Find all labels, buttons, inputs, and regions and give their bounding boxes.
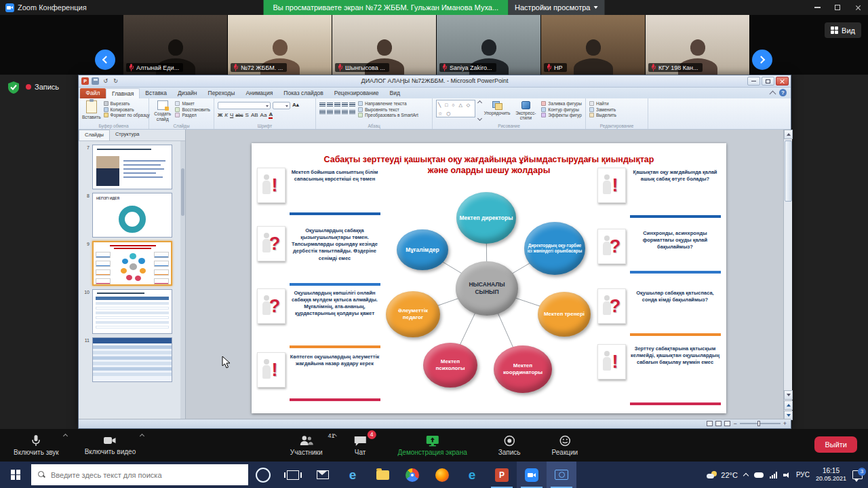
slide-8-thumbnail[interactable]: НЕГІЗГІ ИДЕЯ (92, 193, 172, 238)
font-color-button[interactable]: А (269, 111, 273, 119)
smartart-button[interactable]: Преобразовать в SmartArt (358, 113, 418, 117)
tab-file[interactable]: Файл (80, 88, 106, 98)
slide-sorter-view-icon[interactable] (715, 421, 722, 426)
network-icon[interactable] (770, 472, 777, 478)
maximize-button[interactable] (827, 0, 848, 15)
cortana-button[interactable] (248, 462, 278, 488)
participant-tile[interactable]: №72 ЖББМ. ... (228, 15, 332, 75)
align-center-icon[interactable] (327, 109, 333, 115)
shapes-gallery[interactable]: ╲ □ ○ △ ◇ ☆ ⬡ (436, 100, 475, 117)
participant-tile[interactable]: Saniya Zakiro... (437, 15, 541, 75)
ppt-restore-button[interactable] (762, 77, 774, 86)
normal-view-icon[interactable] (707, 421, 713, 426)
text-direction-button[interactable]: Направление текста (358, 101, 418, 106)
view-settings-button[interactable]: Настройки просмотра (508, 0, 604, 15)
task-view-button[interactable] (278, 462, 308, 488)
taskbar-internet-explorer[interactable]: e (338, 462, 368, 488)
zoom-in-icon[interactable]: + (783, 421, 787, 426)
ppt-minimize-button[interactable] (747, 77, 760, 86)
unmute-button[interactable]: Включить звук (7, 429, 66, 462)
previous-slide-button[interactable] (784, 400, 793, 410)
paste-button[interactable]: Вставить (82, 100, 101, 121)
slide[interactable]: Сабақты зерттеуді қашықтан оқу жағдайынд… (252, 143, 726, 413)
tab-home[interactable]: Главная (106, 88, 140, 98)
shapes-gallery-scroll[interactable] (478, 100, 481, 121)
record-button[interactable]: Запись (492, 429, 528, 462)
panel-scrollbar[interactable] (180, 141, 185, 420)
shape-fill-button[interactable]: Заливка фигуры (541, 101, 582, 106)
replace-button[interactable]: Заменить (589, 107, 616, 112)
layout-button[interactable]: Макет (175, 101, 210, 106)
onedrive-icon[interactable] (754, 472, 764, 478)
indent-decrease-icon[interactable] (334, 102, 340, 107)
taskbar-powerpoint[interactable]: P (487, 462, 517, 488)
tab-insert[interactable]: Вставка (140, 88, 172, 98)
align-text-button[interactable]: Выровнять текст (358, 107, 418, 112)
taskbar-firefox[interactable] (427, 462, 457, 488)
numbering-icon[interactable] (327, 102, 333, 107)
find-button[interactable]: Найти (589, 101, 616, 106)
participant-tile[interactable]: Алтынай Еди... (123, 15, 228, 75)
taskbar-search[interactable] (31, 464, 248, 485)
search-input[interactable] (51, 471, 227, 479)
ppt-close-button[interactable] (776, 77, 789, 86)
justify-icon[interactable] (342, 109, 348, 115)
grow-font-button[interactable]: А▴ (292, 102, 299, 109)
start-button[interactable] (0, 462, 31, 488)
new-slide-button[interactable]: Создать слайд (153, 100, 172, 121)
copy-button[interactable]: Копировать (104, 107, 150, 112)
scroll-left-button[interactable] (95, 50, 115, 70)
participant-tile[interactable]: HP (541, 15, 646, 75)
taskbar-edge[interactable]: e (457, 462, 487, 488)
weather-widget[interactable]: 22°C (707, 471, 738, 479)
arrange-button[interactable]: Упорядочить (484, 100, 511, 121)
slide-10-thumbnail[interactable] (92, 289, 172, 334)
shape-effects-button[interactable]: Эффекты фигур (541, 113, 582, 117)
taskbar-chrome[interactable] (397, 462, 427, 488)
reset-button[interactable]: Восстановить (175, 107, 210, 112)
taskbar-mail[interactable] (308, 462, 338, 488)
tab-review[interactable]: Рецензирование (329, 88, 384, 98)
notification-center-icon[interactable]: 3 (852, 470, 863, 479)
participant-tile[interactable]: КГУ 198 Кан... (646, 15, 750, 75)
scrollbar-thumb[interactable] (785, 140, 792, 202)
align-right-icon[interactable] (334, 109, 340, 115)
minimize-button[interactable] (807, 0, 827, 15)
taskbar-camera[interactable] (547, 462, 576, 488)
select-button[interactable]: Выделить (589, 113, 616, 117)
scroll-right-button[interactable] (752, 50, 772, 70)
strikethrough-button[interactable]: abc (235, 113, 243, 117)
shape-outline-button[interactable]: Контур фигуры (541, 107, 582, 112)
participants-button[interactable]: Участники 41 (283, 429, 330, 462)
zoom-out-icon[interactable]: − (733, 421, 736, 426)
font-name-combo[interactable] (218, 102, 271, 109)
gallery-view-button[interactable]: Вид (825, 22, 861, 38)
leave-meeting-button[interactable]: Выйти (814, 436, 857, 453)
hidden-icons-chevron-icon[interactable] (743, 473, 749, 478)
minimize-ribbon-icon[interactable] (770, 90, 776, 97)
indent-increase-icon[interactable] (342, 102, 348, 107)
slideshow-view-icon[interactable] (724, 421, 730, 426)
share-screen-button[interactable]: Демонстрация экрана (391, 429, 474, 462)
taskbar-zoom[interactable] (517, 462, 547, 488)
line-spacing-icon[interactable] (349, 102, 355, 107)
panel-tab-outline[interactable]: Структура (110, 130, 145, 140)
panel-tab-slides[interactable]: Слайды (79, 130, 110, 140)
font-size-combo[interactable] (273, 102, 290, 109)
italic-button[interactable]: К (224, 112, 228, 118)
tab-view[interactable]: Вид (384, 88, 405, 98)
cut-button[interactable]: Вырезать (104, 101, 150, 106)
align-left-icon[interactable] (319, 109, 326, 115)
scroll-up-button[interactable] (784, 130, 793, 139)
chat-button[interactable]: Чат 4 (347, 429, 374, 462)
participant-tile[interactable]: Шынгысова ... (332, 15, 437, 75)
text-shadow-button[interactable]: S (245, 112, 249, 118)
reactions-button[interactable]: Реакции (545, 429, 585, 462)
language-indicator[interactable]: РУС (796, 471, 810, 478)
tab-transitions[interactable]: Переходы (203, 88, 241, 98)
taskbar-file-explorer[interactable] (368, 462, 397, 488)
tab-design[interactable]: Дизайн (172, 88, 203, 98)
section-button[interactable]: Раздел (175, 113, 210, 117)
security-shield-icon[interactable] (8, 81, 19, 94)
slide-7-thumbnail[interactable] (92, 145, 172, 189)
